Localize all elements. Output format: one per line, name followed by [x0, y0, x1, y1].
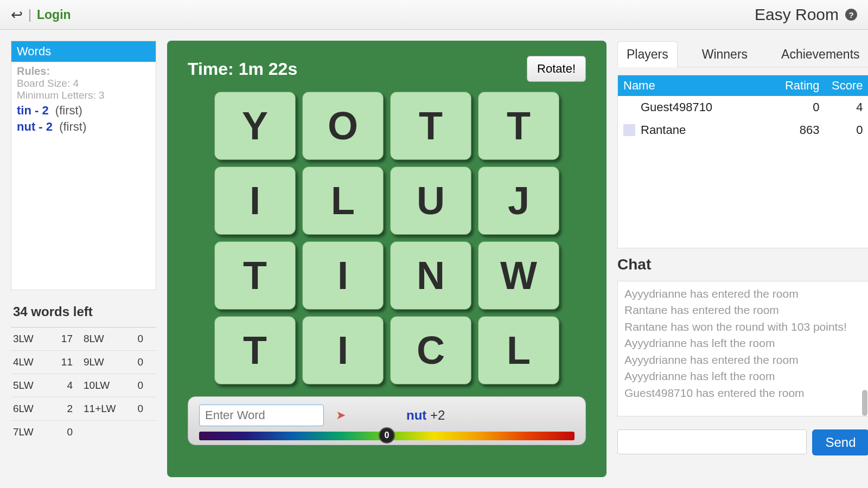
- words-left-header: 34 words left: [11, 301, 156, 328]
- board-tile[interactable]: W: [478, 241, 559, 310]
- spectrum-marker: 0: [379, 427, 395, 444]
- score-spectrum: 0: [199, 432, 575, 440]
- board-tile[interactable]: T: [214, 316, 296, 384]
- chat-log[interactable]: Ayyydrianne has entered the roomRantane …: [617, 281, 868, 416]
- scrollbar-thumb[interactable]: [862, 390, 867, 416]
- chat-header: Chat: [617, 256, 868, 273]
- chat-line: Ayyydrianne has left the room: [624, 368, 862, 384]
- board-tile[interactable]: L: [478, 316, 559, 384]
- chat-line: Rantane has entered the room: [624, 302, 862, 318]
- board-tile[interactable]: C: [390, 316, 471, 384]
- login-link[interactable]: Login: [37, 8, 71, 22]
- stats-row: 4LW119LW0: [11, 351, 156, 374]
- submit-arrow-icon[interactable]: ➤: [336, 408, 346, 422]
- divider: |: [28, 8, 31, 22]
- stats-row: 3LW178LW0: [11, 328, 156, 351]
- chat-line: Ayyydrianne has entered the room: [624, 352, 862, 368]
- found-word: nut - 2 (first): [17, 120, 150, 134]
- rules-label: Rules:: [17, 65, 150, 78]
- tab-players[interactable]: Players: [617, 41, 678, 67]
- time-label: Time: 1m 22s: [188, 59, 297, 79]
- stats-row: 7LW0: [11, 421, 156, 444]
- back-icon[interactable]: ↪: [11, 7, 23, 23]
- words-left-panel: 34 words left 3LW178LW0 4LW119LW0 5LW410…: [11, 301, 156, 444]
- last-word: nut +2: [406, 408, 445, 423]
- board-tile[interactable]: N: [390, 241, 471, 310]
- board-tile[interactable]: U: [390, 166, 471, 235]
- chat-line: Ayyydrianne has left the room: [624, 335, 862, 351]
- chat-line: Rantane has won the round with 103 point…: [624, 319, 862, 335]
- chat-input[interactable]: [617, 429, 807, 454]
- word-input[interactable]: [199, 404, 324, 426]
- found-word: tin - 2 (first): [17, 104, 150, 118]
- game-board: Time: 1m 22s Rotate! YOTTILUJTINWTICL ➤ …: [167, 41, 607, 477]
- board-tile[interactable]: I: [214, 166, 296, 235]
- board-tile[interactable]: I: [302, 241, 384, 310]
- player-row: Guest498710 0 4: [618, 96, 868, 119]
- top-bar: ↪ | Login Easy Room ?: [0, 0, 868, 30]
- tab-winners[interactable]: Winners: [693, 41, 757, 67]
- board-tile[interactable]: T: [390, 92, 471, 160]
- entry-bar: ➤ nut +2 0: [188, 396, 586, 445]
- help-icon[interactable]: ?: [845, 9, 857, 21]
- rule-board-size: Board Size: 4: [17, 78, 150, 89]
- board-tile[interactable]: L: [302, 166, 384, 235]
- tile-grid: YOTTILUJTINWTICL: [188, 92, 586, 384]
- words-header: Words: [11, 41, 156, 62]
- board-tile[interactable]: Y: [214, 92, 296, 160]
- send-button[interactable]: Send: [812, 429, 868, 455]
- tab-achievements[interactable]: Achievements: [772, 41, 868, 67]
- rule-min-letters: Minimum Letters: 3: [17, 89, 150, 101]
- rotate-button[interactable]: Rotate!: [527, 56, 586, 82]
- board-tile[interactable]: T: [214, 241, 296, 310]
- words-panel: Words Rules: Board Size: 4 Minimum Lette…: [11, 41, 156, 290]
- chat-line: Ayyydrianne has entered the room: [624, 286, 862, 302]
- stats-row: 5LW410LW0: [11, 374, 156, 397]
- stats-row: 6LW211+LW0: [11, 397, 156, 421]
- chat-line: Guest498710 has entered the room: [624, 385, 862, 401]
- players-header: Name Rating Score: [618, 75, 868, 96]
- board-tile[interactable]: J: [478, 166, 559, 235]
- player-color-swatch: [623, 124, 635, 136]
- board-tile[interactable]: T: [478, 92, 559, 160]
- room-title: Easy Room: [755, 5, 839, 24]
- board-tile[interactable]: I: [302, 316, 384, 384]
- right-tabs: Players Winners Achievements: [617, 41, 868, 67]
- players-panel: Name Rating Score Guest498710 0 4 Rantan…: [617, 75, 868, 248]
- player-row: Rantane 863 0: [618, 119, 868, 142]
- board-tile[interactable]: O: [302, 92, 384, 160]
